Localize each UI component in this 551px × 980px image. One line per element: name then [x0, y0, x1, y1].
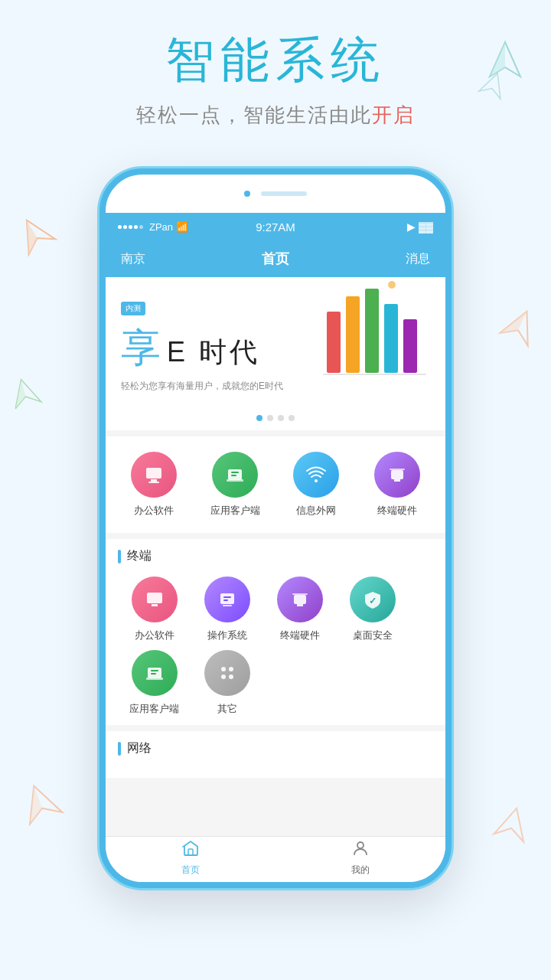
svg-marker-7	[500, 305, 540, 345]
tab-home[interactable]: 首页	[106, 839, 276, 880]
svg-marker-9	[494, 805, 532, 842]
terminal-icon-os[interactable]: 操作系统	[194, 577, 259, 642]
svg-rect-37	[292, 593, 308, 595]
svg-rect-43	[146, 678, 163, 680]
tab-profile-icon	[351, 839, 370, 862]
nav-messages[interactable]: 消息	[353, 251, 430, 267]
quick-icons-grid: 办公软件 应用客户端 信息外网	[106, 436, 445, 533]
terminal-icon-office-circle	[132, 577, 178, 622]
nav-title: 首页	[198, 250, 353, 268]
svg-rect-13	[346, 296, 360, 373]
icon-terminal-hardware[interactable]: 终端硬件	[363, 452, 432, 518]
svg-marker-8	[500, 305, 527, 339]
status-time: 9:27AM	[256, 220, 295, 234]
icon-app-client-label: 应用客户端	[210, 504, 260, 518]
status-left: ZPan 📶	[118, 221, 256, 233]
svg-point-26	[315, 479, 318, 482]
banner-title-prefix: 享	[121, 322, 161, 375]
icon-app-client-circle	[212, 452, 258, 498]
icon-app-client[interactable]: 应用客户端	[201, 452, 269, 518]
status-right: ▶ ▓▓	[295, 220, 433, 233]
main-title: 智能系统	[0, 31, 551, 90]
top-section: 智能系统 轻松一点，智能生活由此开启	[0, 31, 551, 129]
tab-profile[interactable]: 我的	[276, 839, 445, 880]
section-network-header: 网络	[118, 740, 433, 756]
sub-title-part2: 开启	[372, 103, 415, 126]
section-terminal-header: 终端	[118, 548, 433, 564]
svg-rect-19	[146, 468, 161, 479]
banner-chart	[319, 281, 438, 384]
section-network-bar	[118, 742, 121, 756]
terminal-icon-hardware-circle	[277, 577, 323, 622]
svg-rect-23	[231, 472, 239, 473]
terminal-icon-security[interactable]: ✓ 桌面安全	[340, 577, 405, 642]
signal-dot-3	[129, 225, 132, 229]
sub-title: 轻松一点，智能生活由此开启	[0, 102, 551, 129]
terminal-icon-hardware-label: 终端硬件	[280, 629, 320, 642]
banner: 内测 享 E 时代 轻松为您享有海量用户，成就您的E时代	[106, 277, 445, 430]
phone-frame: ZPan 📶 9:27AM ▶ ▓▓ 南京 首页 消息 内测	[99, 168, 452, 888]
section-network: 网络	[106, 731, 445, 778]
svg-rect-41	[151, 670, 158, 671]
terminal-icon-appclient[interactable]: 应用客户端	[122, 650, 187, 716]
terminal-icon-hardware[interactable]: 终端硬件	[267, 577, 332, 642]
svg-marker-11	[18, 786, 46, 825]
status-bar: ZPan 📶 9:27AM ▶ ▓▓	[106, 213, 445, 240]
phone-screen: ZPan 📶 9:27AM ▶ ▓▓ 南京 首页 消息 内测	[106, 213, 445, 882]
svg-rect-29	[394, 479, 400, 482]
section-network-title: 网络	[127, 740, 152, 756]
banner-dot-1	[256, 415, 262, 421]
svg-rect-25	[227, 479, 243, 482]
battery-icon: ▓▓	[419, 221, 433, 233]
svg-rect-28	[390, 469, 405, 470]
terminal-icon-office-label: 办公软件	[135, 629, 174, 642]
banner-dot-4	[289, 415, 295, 421]
icon-info-network-label: 信息外网	[296, 504, 336, 518]
svg-rect-15	[384, 304, 398, 373]
svg-point-49	[357, 842, 364, 848]
banner-dot-2	[267, 415, 273, 421]
icon-terminal-hardware-label: 终端硬件	[377, 504, 417, 518]
svg-marker-10	[18, 780, 63, 825]
tab-home-label: 首页	[181, 864, 200, 877]
svg-rect-20	[151, 479, 157, 482]
terminal-icon-security-circle: ✓	[350, 577, 396, 622]
svg-rect-33	[223, 605, 232, 606]
icon-office-software[interactable]: 办公软件	[119, 452, 188, 518]
nav-bar: 南京 首页 消息	[106, 240, 445, 277]
section-terminal-title: 终端	[127, 548, 152, 564]
nav-location[interactable]: 南京	[121, 251, 198, 267]
terminal-icon-other-circle	[204, 650, 250, 696]
icon-info-network[interactable]: 信息外网	[282, 452, 350, 518]
terminal-icon-appclient-label: 应用客户端	[129, 702, 179, 716]
terminal-icon-office[interactable]: 办公软件	[122, 577, 187, 642]
terminal-icon-other-label: 其它	[217, 702, 237, 716]
tab-bar: 首页 我的	[106, 836, 445, 882]
svg-rect-24	[231, 475, 236, 476]
section-terminal-grid: 办公软件 操作系统 终端硬件	[118, 577, 433, 716]
svg-rect-48	[188, 849, 193, 855]
banner-dots	[256, 415, 295, 421]
svg-rect-21	[148, 482, 159, 483]
svg-rect-35	[223, 599, 228, 601]
svg-rect-31	[152, 604, 158, 606]
svg-rect-42	[151, 673, 156, 675]
icon-terminal-hardware-circle	[374, 452, 420, 498]
svg-point-44	[221, 667, 226, 671]
signal-dot-1	[118, 225, 122, 229]
section-terminal-bar	[118, 550, 121, 564]
svg-point-18	[388, 281, 396, 289]
svg-rect-36	[294, 595, 306, 604]
svg-rect-12	[327, 312, 341, 373]
signal-dot-2	[123, 225, 127, 229]
terminal-icon-other[interactable]: 其它	[194, 650, 259, 716]
banner-title-main: E 时代	[167, 334, 260, 371]
svg-marker-4	[14, 220, 42, 255]
phone-speaker	[261, 191, 307, 196]
svg-rect-32	[220, 593, 234, 604]
svg-rect-38	[297, 604, 303, 606]
wifi-icon: 📶	[176, 221, 188, 233]
svg-text:✓: ✓	[369, 596, 377, 606]
tab-profile-label: 我的	[351, 864, 370, 877]
signal-dots	[118, 225, 143, 229]
